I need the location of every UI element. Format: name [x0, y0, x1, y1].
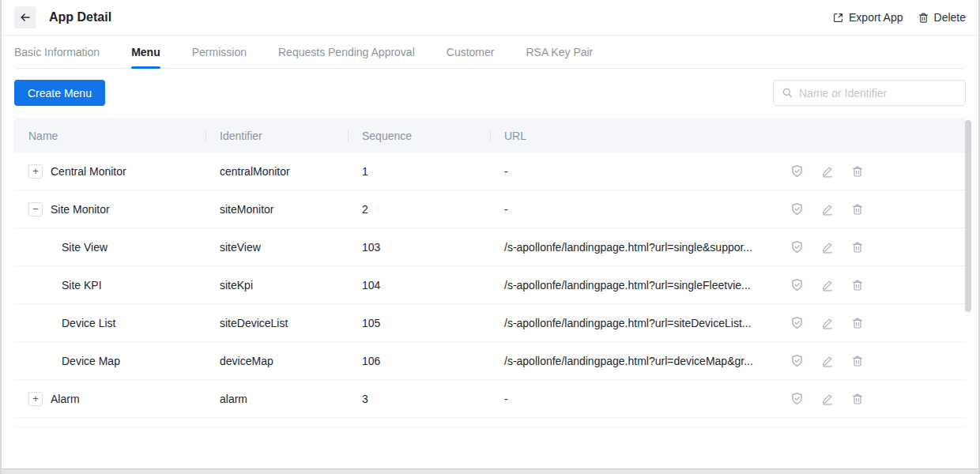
- edit-pencil-icon[interactable]: [821, 203, 834, 216]
- tab-basic-information[interactable]: Basic Information: [14, 36, 100, 68]
- export-app-button[interactable]: Export App: [832, 11, 903, 24]
- shield-check-icon[interactable]: [790, 240, 804, 254]
- expand-icon[interactable]: +: [28, 392, 43, 406]
- table-scrollbar[interactable]: [965, 120, 971, 312]
- search-box[interactable]: [773, 80, 966, 106]
- expand-icon[interactable]: +: [28, 164, 43, 179]
- menu-identifier: siteDeviceList: [205, 317, 348, 329]
- menu-name-cell: − Site Monitor: [14, 202, 205, 216]
- menu-url: -: [490, 165, 776, 178]
- shield-check-icon[interactable]: [790, 202, 804, 216]
- delete-app-button[interactable]: Delete: [918, 11, 966, 24]
- table-row: Site View siteView 103 /s-apollonfe/land…: [14, 228, 966, 266]
- clipped-next-row: [14, 418, 966, 427]
- tab-permission[interactable]: Permission: [192, 36, 247, 68]
- header-actions: Export App Delete: [832, 11, 966, 24]
- edit-pencil-icon[interactable]: [821, 165, 834, 178]
- shield-check-icon[interactable]: [790, 316, 804, 329]
- shield-check-icon[interactable]: [790, 164, 804, 178]
- export-app-label: Export App: [849, 11, 903, 24]
- menu-url: /s-apollonfe/landingpage.html?url=siteDe…: [490, 317, 776, 329]
- menu-identifier: siteKpi: [205, 279, 348, 292]
- menu-identifier: siteMonitor: [205, 203, 348, 216]
- menu-url: /s-apollonfe/landingpage.html?url=single…: [490, 241, 776, 254]
- column-header-name: Name: [14, 130, 205, 142]
- edit-pencil-icon[interactable]: [821, 355, 834, 367]
- table-row: Device Map deviceMap 106 /s-apollonfe/la…: [14, 342, 966, 380]
- menu-url: -: [490, 203, 776, 216]
- menu-identifier: siteView: [205, 241, 348, 254]
- menu-sequence: 103: [348, 241, 490, 254]
- edit-pencil-icon[interactable]: [821, 279, 834, 292]
- tab-bar: Basic Information Menu Permission Reques…: [14, 36, 966, 69]
- menu-url: /s-apollonfe/landingpage.html?url=single…: [490, 279, 776, 292]
- tab-customer[interactable]: Customer: [447, 36, 495, 68]
- tab-rsa-key-pair[interactable]: RSA Key Pair: [526, 36, 593, 68]
- edit-pencil-icon[interactable]: [821, 393, 834, 405]
- trash-icon[interactable]: [851, 279, 864, 292]
- edit-pencil-icon[interactable]: [821, 241, 834, 254]
- table-header-row: Name Identifier Sequence URL: [14, 118, 966, 152]
- menu-url: -: [490, 393, 776, 405]
- table-row: Site KPI siteKpi 104 /s-apollonfe/landin…: [14, 266, 966, 304]
- column-header-identifier: Identifier: [205, 130, 348, 142]
- table-row: + Alarm alarm 3 -: [14, 380, 966, 418]
- arrow-left-icon: [19, 11, 32, 24]
- back-button[interactable]: [14, 6, 36, 28]
- window-bottom-edge: [2, 468, 978, 474]
- shield-check-icon[interactable]: [790, 354, 804, 367]
- trash-icon: [918, 12, 929, 24]
- table-row: Device List siteDeviceList 105 /s-apollo…: [14, 304, 966, 342]
- menu-name: Device Map: [62, 355, 120, 367]
- menu-identifier: alarm: [205, 393, 348, 405]
- menu-name-cell: Device List: [14, 317, 205, 329]
- collapse-icon[interactable]: −: [28, 202, 43, 216]
- menu-name: Site KPI: [62, 279, 102, 292]
- trash-icon[interactable]: [851, 317, 864, 329]
- menu-name-cell: Device Map: [14, 355, 205, 367]
- menu-sequence: 3: [348, 393, 490, 405]
- trash-icon[interactable]: [851, 393, 864, 405]
- menu-name-cell: Site KPI: [14, 279, 205, 292]
- menu-sequence: 105: [348, 317, 490, 329]
- row-actions: [776, 278, 966, 292]
- row-actions: [776, 354, 966, 367]
- menu-sequence: 1: [348, 165, 490, 178]
- menu-name-cell: + Alarm: [14, 392, 205, 406]
- menu-name-cell: Site View: [14, 241, 205, 254]
- menu-name: Central Monitor: [51, 165, 126, 178]
- menu-toolbar: Create Menu: [14, 80, 966, 106]
- row-actions: [776, 202, 966, 216]
- shield-check-icon[interactable]: [790, 392, 804, 405]
- column-header-url: URL: [490, 130, 776, 142]
- export-icon: [832, 12, 844, 24]
- menu-name: Device List: [62, 317, 115, 329]
- menu-name: Alarm: [51, 393, 80, 405]
- search-input[interactable]: [799, 87, 957, 100]
- app-detail-page: App Detail Export App Delete Basic Infor…: [0, 0, 980, 474]
- edit-pencil-icon[interactable]: [821, 317, 834, 329]
- trash-icon[interactable]: [851, 165, 864, 178]
- trash-icon[interactable]: [851, 241, 864, 254]
- menu-identifier: deviceMap: [205, 355, 348, 367]
- shield-check-icon[interactable]: [790, 278, 804, 292]
- table-row: + Central Monitor centralMonitor 1 -: [14, 152, 966, 190]
- create-menu-button[interactable]: Create Menu: [14, 80, 105, 106]
- menu-name: Site View: [62, 241, 107, 254]
- menu-sequence: 2: [348, 203, 490, 216]
- trash-icon[interactable]: [851, 203, 864, 216]
- trash-icon[interactable]: [851, 355, 864, 367]
- row-actions: [776, 240, 966, 254]
- menu-url: /s-apollonfe/landingpage.html?url=device…: [490, 355, 776, 367]
- menu-sequence: 104: [348, 279, 490, 292]
- page-header: App Detail Export App Delete: [2, 0, 978, 36]
- tab-requests-pending-approval[interactable]: Requests Pending Approval: [278, 36, 415, 68]
- menu-table: Name Identifier Sequence URL + Central M…: [14, 118, 966, 427]
- row-actions: [776, 164, 966, 178]
- row-actions: [776, 392, 966, 405]
- tab-menu[interactable]: Menu: [131, 36, 160, 68]
- row-actions: [776, 316, 966, 329]
- column-header-sequence: Sequence: [348, 130, 490, 142]
- table-row: − Site Monitor siteMonitor 2 -: [14, 190, 966, 228]
- menu-identifier: centralMonitor: [205, 165, 348, 178]
